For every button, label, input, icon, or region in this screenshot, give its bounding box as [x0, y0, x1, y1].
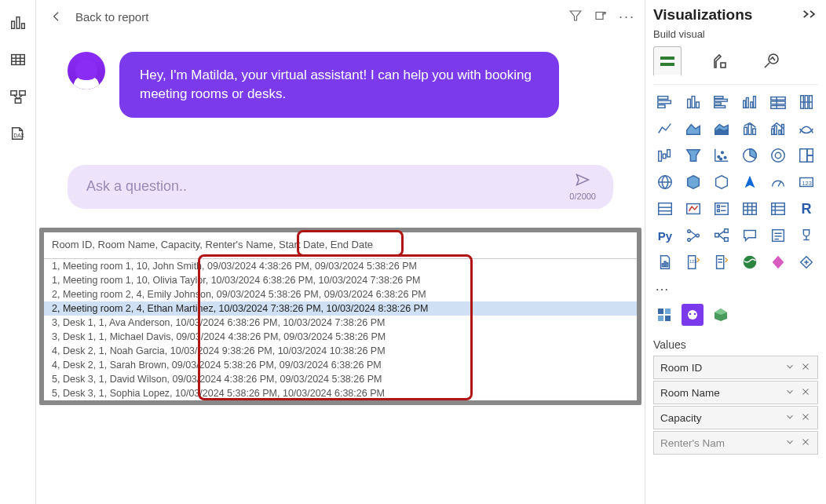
field-label: Room Name: [660, 387, 720, 399]
viz-goals-icon[interactable]: [795, 225, 818, 247]
viz-key-influencers-icon[interactable]: [682, 225, 705, 247]
viz-more-ellipsis[interactable]: …: [653, 278, 818, 299]
viz-ribbon-icon[interactable]: [795, 118, 818, 140]
viz-python-icon[interactable]: Py: [653, 225, 677, 247]
dax-icon[interactable]: DAX: [9, 125, 27, 144]
viz-multi-row-card-icon[interactable]: [653, 198, 677, 220]
viz-qna-icon[interactable]: [738, 225, 762, 247]
field-well-item[interactable]: Capacity: [653, 406, 818, 429]
svg-rect-50: [782, 125, 784, 135]
viz-kpi-icon[interactable]: [682, 198, 705, 220]
svg-rect-0: [11, 21, 14, 28]
viz-decomposition-tree-icon[interactable]: [710, 225, 733, 247]
model-icon[interactable]: [9, 88, 27, 108]
svg-rect-24: [658, 105, 665, 108]
viz-paginated-report-icon[interactable]: [653, 251, 677, 273]
svg-rect-10: [15, 99, 20, 104]
chevron-down-icon[interactable]: [784, 361, 795, 374]
viz-gauge-icon[interactable]: [766, 171, 790, 193]
viz-stacked-column-icon[interactable]: [682, 91, 705, 113]
pane-title: Visualizations: [653, 6, 752, 24]
svg-rect-116: [665, 309, 671, 314]
remove-field-icon[interactable]: [800, 386, 811, 400]
svg-line-98: [718, 236, 724, 240]
viz-stacked-bar-icon[interactable]: [653, 91, 677, 113]
viz-area-chart-icon[interactable]: [682, 118, 705, 140]
viz-matrix-icon[interactable]: [766, 198, 790, 220]
viz-line-clustered-column-icon[interactable]: [766, 118, 790, 140]
viz-card-icon[interactable]: 123: [795, 171, 818, 193]
chevron-down-icon[interactable]: [784, 411, 795, 425]
viz-table-icon[interactable]: [738, 198, 762, 220]
field-well-item[interactable]: Renter's Nam: [653, 431, 818, 455]
focus-mode-icon[interactable]: [594, 9, 608, 25]
filter-icon[interactable]: [568, 9, 583, 25]
chevron-down-icon[interactable]: [784, 386, 795, 400]
char-counter: 0/2000: [569, 192, 596, 201]
viz-power-automate-icon[interactable]: [710, 251, 733, 273]
viz-line-chart-icon[interactable]: [653, 118, 677, 140]
remove-field-icon[interactable]: [800, 436, 811, 450]
visual-type-grid: 123 R Py 123: [653, 91, 818, 273]
svg-line-21: [765, 63, 769, 68]
viz-map-icon[interactable]: [653, 171, 677, 193]
report-topbar: Back to report ···: [36, 0, 645, 33]
svg-rect-30: [715, 103, 721, 105]
viz-treemap-icon[interactable]: [795, 144, 818, 166]
collapse-pane-icon[interactable]: [802, 9, 818, 22]
custom-viz-3[interactable]: [710, 304, 732, 326]
field-well-item[interactable]: Room Name: [653, 381, 818, 404]
viz-waterfall-icon[interactable]: [653, 144, 677, 166]
viz-100-stacked-bar-icon[interactable]: [766, 91, 790, 113]
viz-stacked-area-icon[interactable]: [710, 118, 733, 140]
viz-smart-narrative-icon[interactable]: [766, 225, 790, 247]
bar-chart-icon[interactable]: [9, 14, 27, 34]
tab-analytics[interactable]: [757, 46, 785, 76]
send-icon[interactable]: [575, 172, 590, 190]
viz-clustered-column-icon[interactable]: [738, 91, 762, 113]
tab-build-visual[interactable]: [653, 46, 682, 76]
viz-power-apps-icon[interactable]: 123: [682, 251, 705, 273]
viz-esri-icon[interactable]: [766, 251, 790, 273]
svg-rect-32: [744, 100, 746, 108]
viz-arcgis-icon[interactable]: [738, 251, 762, 273]
tab-format-visual[interactable]: [705, 46, 733, 76]
chevron-down-icon[interactable]: [784, 436, 795, 450]
viz-clustered-bar-icon[interactable]: [710, 91, 733, 113]
chevron-left-icon: [50, 10, 63, 23]
svg-rect-1: [16, 17, 20, 29]
svg-rect-65: [807, 149, 813, 155]
svg-rect-33: [746, 98, 748, 108]
svg-rect-29: [715, 99, 728, 101]
remove-field-icon[interactable]: [800, 361, 811, 374]
viz-shape-map-icon[interactable]: [710, 171, 733, 193]
field-wells: Room IDRoom NameCapacityRenter's Nam: [653, 356, 818, 455]
chat-input-row: 0/2000: [68, 165, 613, 209]
viz-filled-map-icon[interactable]: [682, 171, 705, 193]
custom-viz-1[interactable]: [653, 304, 675, 326]
viz-funnel-icon[interactable]: [682, 144, 705, 166]
viz-100-stacked-column-icon[interactable]: [795, 91, 818, 113]
viz-azure-map-icon[interactable]: [738, 171, 762, 193]
more-options-icon[interactable]: ···: [619, 9, 635, 25]
table-icon[interactable]: [9, 51, 27, 71]
viz-r-visual-icon[interactable]: R: [795, 198, 818, 220]
table-visual[interactable]: Room ID, Room Name, Capacity, Renter's N…: [39, 228, 641, 405]
svg-rect-31: [715, 106, 725, 108]
chat-input[interactable]: [85, 177, 569, 195]
custom-visuals-row: [653, 299, 818, 335]
svg-line-68: [778, 181, 781, 186]
remove-field-icon[interactable]: [800, 411, 811, 425]
viz-get-more-icon[interactable]: [795, 251, 818, 273]
svg-rect-22: [658, 97, 668, 100]
viz-donut-icon[interactable]: [766, 144, 790, 166]
field-well-item[interactable]: Room ID: [653, 356, 818, 379]
viz-pie-icon[interactable]: [738, 144, 762, 166]
viz-slicer-icon[interactable]: [710, 198, 733, 220]
back-to-report-link[interactable]: Back to report: [50, 10, 148, 24]
viz-line-stacked-column-icon[interactable]: [738, 118, 762, 140]
svg-point-119: [688, 310, 697, 320]
custom-viz-2-active[interactable]: [682, 304, 704, 326]
viz-scatter-icon[interactable]: [710, 144, 733, 166]
svg-rect-48: [774, 126, 777, 134]
